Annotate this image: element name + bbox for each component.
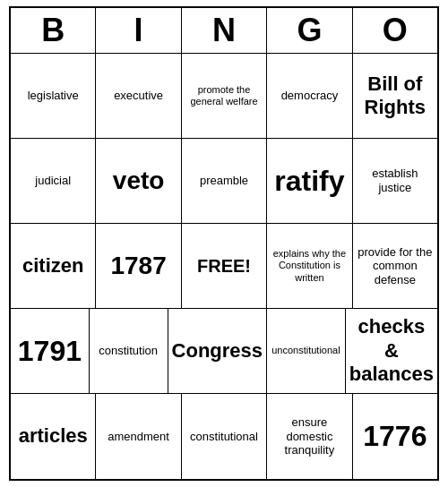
bingo-cell-0-1: executive [96,54,181,139]
bingo-header: BINGO [11,8,437,54]
header-letter-G: G [267,8,352,54]
bingo-cell-4-2: constitutional [182,394,267,479]
bingo-cell-3-4: checks & balances [346,309,437,394]
bingo-cell-0-3: democracy [267,54,352,139]
header-letter-N: N [182,8,267,54]
bingo-cell-1-3: ratify [267,139,352,224]
bingo-cell-4-0: articles [11,394,96,479]
bingo-cell-2-0: citizen [11,224,96,309]
bingo-cell-4-1: amendment [96,394,181,479]
bingo-cell-2-4: provide for the common defense [353,224,437,309]
bingo-row-1: judicialvetopreambleratifyestablish just… [11,139,437,224]
bingo-row-4: articlesamendmentconstitutionalensure do… [11,394,437,479]
header-letter-B: B [11,8,96,54]
bingo-row-2: citizen1787FREE!explains why the Constit… [11,224,437,309]
header-letter-I: I [96,8,181,54]
bingo-cell-3-2: Congress [168,309,267,394]
bingo-cell-1-2: preamble [182,139,267,224]
bingo-cell-2-1: 1787 [96,224,181,309]
bingo-cell-3-1: constitution [90,309,168,394]
bingo-cell-0-2: promote the general welfare [182,54,267,139]
bingo-body: legislativeexecutivepromote the general … [11,54,437,479]
bingo-cell-1-0: judicial [11,139,96,224]
bingo-cell-1-4: establish justice [353,139,437,224]
bingo-cell-0-0: legislative [11,54,96,139]
bingo-row-0: legislativeexecutivepromote the general … [11,54,437,139]
bingo-row-3: 1791constitutionCongressunconstitutional… [11,309,437,394]
bingo-cell-2-3: explains why the Constitution is written [267,224,352,309]
bingo-cell-0-4: Bill of Rights [353,54,437,139]
bingo-cell-3-3: unconstitutional [267,309,346,394]
bingo-cell-4-3: ensure domestic tranquility [267,394,352,479]
bingo-cell-2-2: FREE! [182,224,267,309]
bingo-cell-3-0: 1791 [11,309,90,394]
bingo-card: BINGO legislativeexecutivepromote the ge… [9,6,439,481]
bingo-cell-1-1: veto [96,139,181,224]
header-letter-O: O [353,8,437,54]
bingo-cell-4-4: 1776 [353,394,437,479]
